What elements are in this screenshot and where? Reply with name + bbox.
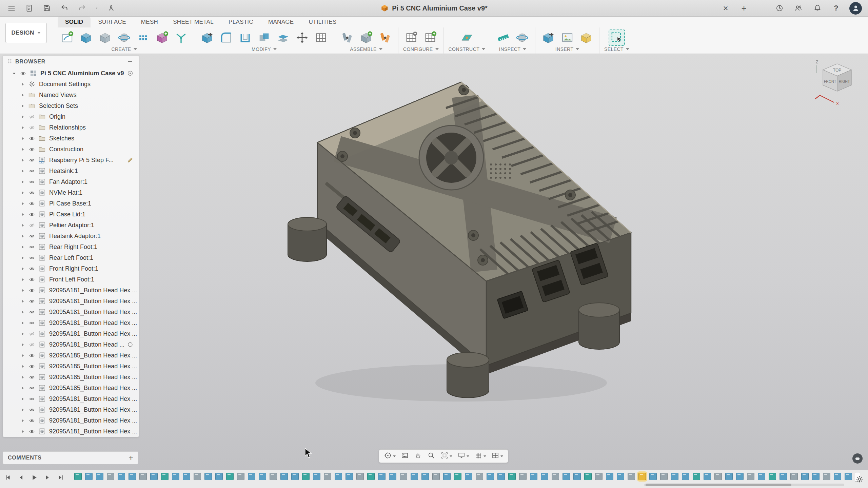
browser-item[interactable]: 92095A181_Button Head Hex ... [3, 415, 139, 426]
assistant-button[interactable] [852, 453, 863, 464]
insert-mcmaster-carr-button[interactable] [578, 30, 594, 46]
timeline-feature-49[interactable] [595, 473, 603, 480]
expand-chevron-icon[interactable] [10, 69, 18, 77]
timeline-feature-68[interactable] [801, 473, 809, 480]
timeline-feature-4[interactable] [107, 473, 114, 480]
timeline-feature-28[interactable] [367, 473, 375, 480]
offset-face-button[interactable] [275, 30, 291, 46]
browser-item[interactable]: Heatsink:1 [3, 165, 139, 176]
pan-tool[interactable] [414, 451, 422, 461]
joint-button[interactable] [339, 30, 355, 46]
redo-history-caret[interactable] [94, 3, 99, 14]
browser-item[interactable]: 92095A181_Button Head ... [3, 339, 139, 350]
save-button[interactable] [41, 3, 52, 14]
collapse-panel-button[interactable] [126, 57, 135, 66]
visibility-toggle[interactable] [27, 275, 37, 284]
visibility-toggle[interactable] [27, 395, 37, 403]
application-menu-button[interactable] [6, 3, 17, 14]
expand-chevron-icon[interactable] [19, 91, 27, 99]
browser-item[interactable]: Raspberry Pi 5 Step F... [3, 155, 139, 165]
create-freeform-button[interactable] [97, 30, 113, 46]
visibility-toggle[interactable] [27, 156, 37, 164]
timeline-feature-58[interactable] [693, 473, 700, 480]
visibility-toggle[interactable] [27, 319, 37, 327]
timeline-feature-3[interactable] [96, 473, 103, 480]
visibility-toggle[interactable] [18, 69, 28, 77]
expand-chevron-icon[interactable] [19, 102, 27, 110]
expand-chevron-icon[interactable] [19, 265, 27, 273]
browser-item[interactable]: Fan Adaptor:1 [3, 176, 139, 187]
timeline-feature-71[interactable] [834, 473, 841, 480]
timeline-feature-5[interactable] [118, 473, 125, 480]
create-derive-button[interactable] [173, 30, 189, 46]
expand-chevron-icon[interactable] [19, 189, 27, 197]
browser-item[interactable]: Relationships [3, 122, 139, 133]
timeline-feature-50[interactable] [606, 473, 613, 480]
timeline-scrollbar[interactable] [644, 484, 844, 486]
add-configuration-button[interactable] [422, 30, 438, 46]
browser-item[interactable]: Rear Left Foot:1 [3, 252, 139, 263]
timeline-feature-34[interactable] [432, 473, 440, 480]
visibility-toggle[interactable] [27, 427, 37, 435]
timeline-feature-70[interactable] [823, 473, 830, 480]
timeline-feature-46[interactable] [563, 473, 570, 480]
browser-item[interactable]: NVMe Hat:1 [3, 187, 139, 198]
grid-and-snaps[interactable] [474, 451, 486, 461]
visibility-toggle[interactable] [27, 416, 37, 425]
timeline-feature-33[interactable] [421, 473, 429, 480]
timeline-feature-27[interactable] [356, 473, 364, 480]
create-sketch-button[interactable] [59, 30, 75, 46]
timeline-feature-42[interactable] [519, 473, 527, 480]
browser-item[interactable]: 92095A185_Button Head Hex ... [3, 372, 139, 383]
timeline-feature-51[interactable] [617, 473, 624, 480]
visibility-toggle[interactable] [27, 308, 37, 316]
user-avatar-button[interactable] [849, 2, 862, 15]
expand-chevron-icon[interactable] [19, 319, 27, 327]
visibility-toggle[interactable] [27, 297, 37, 305]
job-status-button[interactable] [774, 3, 785, 14]
timeline-feature-44[interactable] [541, 473, 548, 480]
timeline-feature-11[interactable] [183, 473, 190, 480]
visibility-toggle[interactable] [27, 221, 37, 229]
timeline-feature-43[interactable] [530, 473, 537, 480]
expand-chevron-icon[interactable] [19, 286, 27, 294]
create-pattern-button[interactable] [135, 30, 151, 46]
timeline-feature-26[interactable] [346, 473, 353, 480]
timeline-feature-41[interactable] [508, 473, 516, 480]
zoom-tool[interactable] [427, 451, 435, 461]
expand-chevron-icon[interactable] [19, 80, 27, 88]
browser-item[interactable]: Peltier Adaptor:1 [3, 220, 139, 231]
timeline-feature-57[interactable] [682, 473, 689, 480]
shell-button[interactable] [237, 30, 253, 46]
browser-item[interactable]: Selection Sets [3, 100, 139, 111]
ribbon-group-menu-construct[interactable]: CONSTRUCT [449, 46, 485, 52]
timeline-feature-62[interactable] [736, 473, 744, 480]
timeline-feature-48[interactable] [584, 473, 592, 480]
visibility-toggle[interactable] [27, 134, 37, 142]
new-component-button[interactable] [358, 30, 374, 46]
timeline-feature-17[interactable] [248, 473, 255, 480]
expand-chevron-icon[interactable] [19, 362, 27, 370]
comments-bar[interactable]: COMMENTS + [3, 451, 138, 464]
extensions-button[interactable] [106, 3, 117, 14]
3d-viewport-canvas[interactable]: Z TOP FRONT RIGHT X BROWSER Pi 5 [0, 54, 868, 470]
measure-button[interactable] [495, 30, 511, 46]
as-built-joint-button[interactable] [377, 30, 393, 46]
browser-item[interactable]: 92095A181_Button Head Hex ... [3, 393, 139, 404]
ribbon-group-menu-assemble[interactable]: ASSEMBLE [350, 46, 382, 52]
ribbon-group-menu-create[interactable]: CREATE [111, 46, 137, 52]
browser-item[interactable]: Rear Right Foot:1 [3, 241, 139, 252]
file-button[interactable] [24, 3, 35, 14]
visibility-toggle[interactable] [27, 384, 37, 392]
change-parameters-button[interactable] [313, 30, 329, 46]
fillet-button[interactable] [218, 30, 234, 46]
expand-chevron-icon[interactable] [19, 384, 27, 392]
orbit-tool[interactable] [384, 451, 396, 461]
step-forward-button[interactable] [43, 473, 52, 482]
pencil-icon[interactable] [126, 156, 135, 164]
timeline-feature-13[interactable] [204, 473, 212, 480]
go-to-beginning-button[interactable] [3, 473, 12, 482]
visibility-toggle[interactable] [27, 210, 37, 218]
browser-item[interactable]: 92095A181_Button Head Hex ... [3, 285, 139, 296]
expand-chevron-icon[interactable] [19, 351, 27, 359]
